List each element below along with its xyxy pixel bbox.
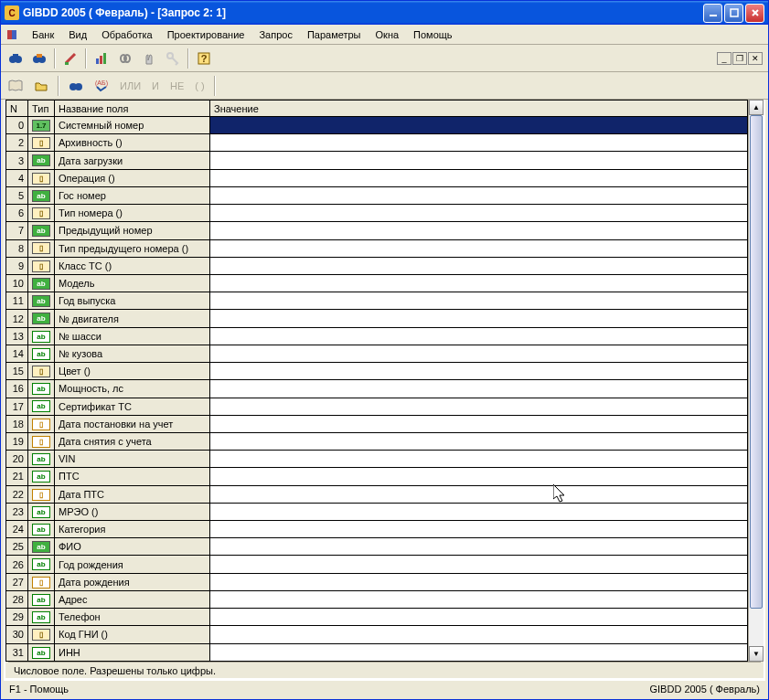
row-number[interactable]: 11	[6, 292, 28, 310]
table-row[interactable]: 23abМРЭО ()	[6, 503, 748, 520]
find-icon[interactable]	[65, 75, 87, 97]
row-number[interactable]: 14	[6, 345, 28, 362]
table-row[interactable]: 11abГод выпуска	[6, 292, 748, 310]
table-row[interactable]: 01.7Системный номер	[6, 117, 748, 134]
row-number[interactable]: 16	[6, 380, 28, 398]
field-name[interactable]: Сертификат ТС	[55, 398, 210, 415]
field-name[interactable]: Цвет ()	[55, 363, 210, 380]
help-icon[interactable]: ?	[193, 48, 215, 69]
table-row[interactable]: 21abПТС	[6, 468, 748, 485]
table-row[interactable]: 27▯Дата рождения	[6, 573, 748, 590]
field-name[interactable]: Гос номер	[55, 186, 210, 204]
menu-помощь[interactable]: Помощь	[406, 27, 460, 42]
field-name[interactable]: № шасси	[55, 327, 210, 345]
field-name[interactable]: Системный номер	[55, 117, 210, 134]
field-name[interactable]: № двигателя	[55, 310, 210, 327]
not-operator[interactable]: НЕ	[166, 80, 187, 91]
menu-проектирование[interactable]: Проектирование	[160, 27, 252, 42]
field-value[interactable]	[210, 310, 748, 327]
row-number[interactable]: 13	[6, 327, 28, 345]
field-name[interactable]: Адрес	[55, 590, 210, 608]
row-number[interactable]: 0	[6, 117, 28, 134]
field-value[interactable]	[210, 485, 748, 503]
table-row[interactable]: 3abДата загрузки	[6, 152, 748, 169]
table-row[interactable]: 14ab№ кузова	[6, 345, 748, 362]
table-row[interactable]: 25abФИО	[6, 538, 748, 556]
row-number[interactable]: 2	[6, 134, 28, 152]
row-number[interactable]: 27	[6, 573, 28, 590]
field-name[interactable]: ИНН	[55, 643, 210, 661]
field-name[interactable]: Дата загрузки	[55, 152, 210, 169]
folder-icon[interactable]	[30, 75, 52, 97]
field-value[interactable]	[210, 152, 748, 169]
row-number[interactable]: 8	[6, 239, 28, 257]
field-value[interactable]	[210, 134, 748, 152]
row-number[interactable]: 29	[6, 609, 28, 626]
field-value[interactable]	[210, 451, 748, 468]
table-row[interactable]: 5abГос номер	[6, 186, 748, 204]
menu-параметры[interactable]: Параметры	[300, 27, 368, 42]
menu-окна[interactable]: Окна	[368, 27, 407, 42]
table-row[interactable]: 30▯Код ГНИ ()	[6, 626, 748, 643]
field-name[interactable]: Дата ПТС	[55, 485, 210, 503]
and-operator[interactable]: И	[148, 80, 163, 91]
vertical-scrollbar[interactable]: ▲ ▼	[748, 100, 764, 662]
table-row[interactable]: 29abТелефон	[6, 609, 748, 626]
field-value[interactable]	[210, 521, 748, 538]
field-value[interactable]	[210, 222, 748, 239]
row-number[interactable]: 6	[6, 205, 28, 222]
key-icon[interactable]	[162, 48, 184, 69]
field-value[interactable]	[210, 590, 748, 608]
table-row[interactable]: 6▯Тип номера ()	[6, 205, 748, 222]
find-ab-icon[interactable]: (АБ)	[91, 75, 112, 97]
scroll-up-button[interactable]: ▲	[749, 100, 764, 115]
field-name[interactable]: Дата снятия с учета	[55, 432, 210, 450]
field-value[interactable]	[210, 345, 748, 362]
field-value[interactable]	[210, 274, 748, 292]
field-value[interactable]	[210, 503, 748, 520]
table-row[interactable]: 20abVIN	[6, 451, 748, 468]
field-value[interactable]	[210, 327, 748, 345]
binoculars-blue-icon[interactable]	[5, 48, 27, 69]
row-number[interactable]: 17	[6, 398, 28, 415]
maximize-button[interactable]	[724, 4, 743, 23]
field-value[interactable]	[210, 556, 748, 573]
fields-grid[interactable]: N Тип Название поля Значение 01.7Системн…	[5, 100, 748, 662]
row-number[interactable]: 18	[6, 415, 28, 432]
row-number[interactable]: 21	[6, 468, 28, 485]
field-value[interactable]	[210, 186, 748, 204]
mdi-close-button[interactable]: ✕	[748, 52, 763, 65]
row-number[interactable]: 9	[6, 257, 28, 274]
row-number[interactable]: 15	[6, 363, 28, 380]
menu-вид[interactable]: Вид	[61, 27, 94, 42]
scroll-track[interactable]	[749, 115, 764, 646]
field-value[interactable]	[210, 609, 748, 626]
field-value[interactable]	[210, 257, 748, 274]
menu-запрос[interactable]: Запрос	[251, 27, 299, 42]
brush-icon[interactable]	[59, 48, 81, 69]
field-name[interactable]: ФИО	[55, 538, 210, 556]
table-row[interactable]: 31abИНН	[6, 643, 748, 661]
field-value[interactable]	[210, 538, 748, 556]
or-operator[interactable]: ИЛИ	[116, 80, 144, 91]
field-value[interactable]	[210, 398, 748, 415]
field-value[interactable]	[210, 205, 748, 222]
menu-app-icon[interactable]	[5, 27, 19, 42]
field-name[interactable]: Тип предыдущего номера ()	[55, 239, 210, 257]
row-number[interactable]: 10	[6, 274, 28, 292]
minimize-button[interactable]	[703, 4, 722, 23]
row-number[interactable]: 22	[6, 485, 28, 503]
menu-обработка[interactable]: Обработка	[94, 27, 159, 42]
row-number[interactable]: 19	[6, 432, 28, 450]
table-row[interactable]: 18▯Дата постановки на учет	[6, 415, 748, 432]
paren-operator[interactable]: ( )	[191, 80, 208, 91]
mdi-restore-button[interactable]: ❐	[732, 52, 747, 65]
field-value[interactable]	[210, 468, 748, 485]
header-field[interactable]: Название поля	[55, 101, 210, 117]
table-row[interactable]: 2▯Архивность ()	[6, 134, 748, 152]
field-value[interactable]	[210, 573, 748, 590]
row-number[interactable]: 20	[6, 451, 28, 468]
table-row[interactable]: 17abСертификат ТС	[6, 398, 748, 415]
field-name[interactable]: Тип номера ()	[55, 205, 210, 222]
table-row[interactable]: 13ab№ шасси	[6, 327, 748, 345]
